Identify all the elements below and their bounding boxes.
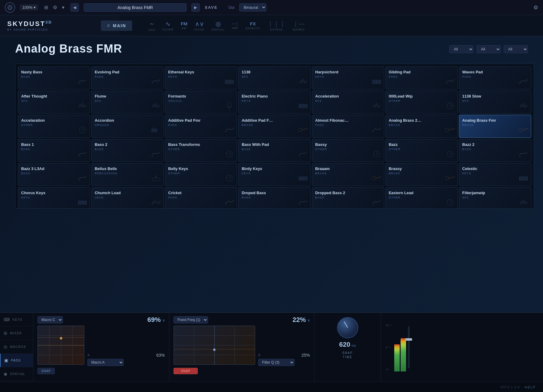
tab-effects[interactable]: FX EFFECTS <box>245 21 260 30</box>
preset-card-icon <box>151 77 161 88</box>
fader-thumb[interactable] <box>405 338 412 341</box>
preset-card-icon <box>298 126 309 136</box>
preset-card[interactable]: Nasty Bass BASS <box>18 66 90 89</box>
preset-card-icon <box>518 174 529 185</box>
preset-card[interactable]: Additive Pad F… BRASS <box>238 115 311 138</box>
preset-card[interactable]: Eastern Lead OTHER <box>385 187 458 209</box>
filter-select-2[interactable]: All <box>476 45 501 53</box>
preset-card[interactable]: Bass 1 BASS <box>18 139 90 162</box>
tab-pitch[interactable]: ∧∨ PITCH <box>195 20 204 31</box>
macro2-pct-x: 25% <box>301 353 310 358</box>
preset-card[interactable]: Cricket PADS <box>165 187 237 209</box>
hamburger-icon: ≡ <box>107 23 110 28</box>
preset-card[interactable]: Bazz 2 BASS <box>459 139 531 162</box>
save-button[interactable]: SAVE <box>205 5 217 10</box>
tab-filter[interactable]: ∿ FILTER <box>163 20 174 31</box>
preset-card[interactable]: Evolving Pad PADS <box>91 66 164 89</box>
preset-card[interactable]: 1138 SFX <box>238 66 311 89</box>
preset-card[interactable]: Accelaration OTHER <box>18 115 90 138</box>
macro1-pad-dot <box>60 337 62 339</box>
macro2-select[interactable]: Fixed Freq (1) <box>174 316 208 323</box>
macro2-pad[interactable] <box>174 326 255 365</box>
preset-card[interactable]: 1138 Slow SFX <box>459 91 531 114</box>
preset-card[interactable]: Almost Fibonac… PADS <box>312 115 384 138</box>
tab-matrix[interactable]: ⋮⋯ MATRIX <box>293 20 305 31</box>
tab-spatial[interactable]: ◎ SPATIAL <box>212 20 225 31</box>
main-nav-button[interactable]: ≡ MAIN <box>101 21 132 31</box>
spatial-icon: ◎ <box>216 20 221 27</box>
extras-label: EXTRAS <box>270 28 283 31</box>
preset-card[interactable]: Birdy Keys KEYS <box>238 163 311 186</box>
macro1-select[interactable]: Macro C <box>37 316 63 323</box>
preset-card[interactable]: After Thought SFX <box>18 91 90 114</box>
dropdown-icon[interactable]: ▾ <box>61 3 66 11</box>
preset-card[interactable]: Bazz 3 L3Ad BASS <box>18 163 90 186</box>
preset-card[interactable]: 000Lead Wip OTHER <box>385 91 458 114</box>
snap-time-knob-container <box>337 317 358 338</box>
macro1-pad[interactable] <box>37 326 84 365</box>
filter-label: FILTER <box>163 28 174 31</box>
tab-arp[interactable]: ⋯⋮ ARP <box>232 22 238 30</box>
preset-card[interactable]: Accordion ORGANS <box>91 115 164 138</box>
snap-time-knob[interactable] <box>337 317 358 338</box>
preset-card[interactable]: Formants VOCALS <box>165 91 237 114</box>
macro1-x-label: X <box>87 353 89 357</box>
preset-card[interactable]: Bellus Bells PERCUSSION <box>91 163 164 186</box>
preset-card[interactable]: Belly Keys OTHER <box>165 163 237 186</box>
zoom-control[interactable]: 100% ▾ <box>20 4 38 11</box>
gear-icon[interactable]: ⚙ <box>533 4 538 11</box>
preset-card[interactable]: Braaam BRASS <box>312 163 384 186</box>
tab-osc[interactable]: ～ OSC <box>148 20 155 31</box>
preset-area: Analog Brass FMR All All All Nasty Bass … <box>0 36 543 312</box>
bottom-tab-mixer[interactable]: ⊞ MIXER <box>0 326 33 340</box>
preset-card[interactable]: Additive Pad Fmr PADS <box>165 115 237 138</box>
preset-card[interactable]: Analog Brass Fmr BRASS <box>459 115 531 138</box>
preset-card[interactable]: Flume SFX <box>91 91 164 114</box>
help-button[interactable]: HELP <box>525 385 536 389</box>
header: SKYDUST3D BY SOUND PARTICLES ≡ MAIN ～ OS… <box>0 15 543 36</box>
grid-icon[interactable]: ⊞ <box>43 3 49 11</box>
filter-select-3[interactable]: All <box>504 45 528 53</box>
preset-card[interactable]: Chorus Keys KEYS <box>18 187 90 209</box>
bottom-tab-pads[interactable]: ▣ PADS <box>0 354 33 367</box>
preset-card[interactable]: Bass With Pad BASS <box>238 139 311 162</box>
macro2-pct-y: 22% <box>293 316 306 324</box>
preset-card[interactable]: Droped Bass BASS <box>238 187 311 209</box>
preset-card[interactable]: Acceleration SFX <box>312 91 384 114</box>
preset-card[interactable]: Gliding Pad PADS <box>385 66 458 89</box>
preset-card[interactable]: Chumch Lead LEAD <box>91 187 164 209</box>
preset-card[interactable]: Bass Transforms OTHER <box>165 139 237 162</box>
macro1-snap-button[interactable]: SNAP <box>37 368 55 374</box>
preset-card[interactable]: Harpsichord KEYS <box>312 66 384 89</box>
preset-card[interactable]: Brassy BRASS <box>385 163 458 186</box>
settings-icon[interactable]: ⚙ <box>52 3 58 11</box>
macro2-snap-button[interactable]: SNAP <box>174 368 198 374</box>
preset-card[interactable]: Bazz OTHER <box>385 139 458 162</box>
preset-card[interactable]: Dropped Bass 2 BASS <box>312 187 384 209</box>
preset-card[interactable]: Filterjamwip SFX <box>459 187 531 209</box>
next-preset-button[interactable]: ▶ <box>191 3 200 12</box>
filter-select-1[interactable]: All <box>449 45 473 53</box>
svg-point-41 <box>445 176 449 180</box>
fader-track <box>408 326 410 368</box>
macro2-bottom-select[interactable]: Filter Q (3) <box>258 359 294 366</box>
preset-card[interactable]: Bass 2 BASS <box>91 139 164 162</box>
preset-card[interactable]: Ethereal Keys KEYS <box>165 66 237 89</box>
preset-card[interactable]: Electric Piano KEYS <box>238 91 311 114</box>
bottom-tab-macros[interactable]: ◎ MACROS <box>0 340 33 354</box>
preset-card[interactable]: Bassy OTHER <box>312 139 384 162</box>
preset-card-name: Nasty Bass <box>21 70 87 75</box>
app-logo-icon[interactable] <box>5 2 15 13</box>
tab-extras[interactable]: ⋮⋮⋮ EXTRAS <box>267 20 285 31</box>
output-select[interactable]: Binaural Stereo <box>239 3 266 11</box>
prev-preset-button[interactable]: ◀ <box>70 3 79 12</box>
tab-fm[interactable]: FM FM <box>181 21 187 30</box>
bottom-tab-keys[interactable]: ⌨ KEYS <box>0 313 33 326</box>
preset-card-name: Bass With Pad <box>242 142 307 147</box>
preset-card-icon <box>445 101 456 112</box>
bottom-tab-spatial[interactable]: ◉ SPATIAL <box>0 367 33 381</box>
preset-card[interactable]: Analog Brass 2… BRASS <box>385 115 458 138</box>
macro1-bottom-select[interactable]: Macro A <box>87 359 124 366</box>
preset-card[interactable]: Waves Pad PADS <box>459 66 531 89</box>
preset-card[interactable]: Celestic KEYS <box>459 163 531 186</box>
